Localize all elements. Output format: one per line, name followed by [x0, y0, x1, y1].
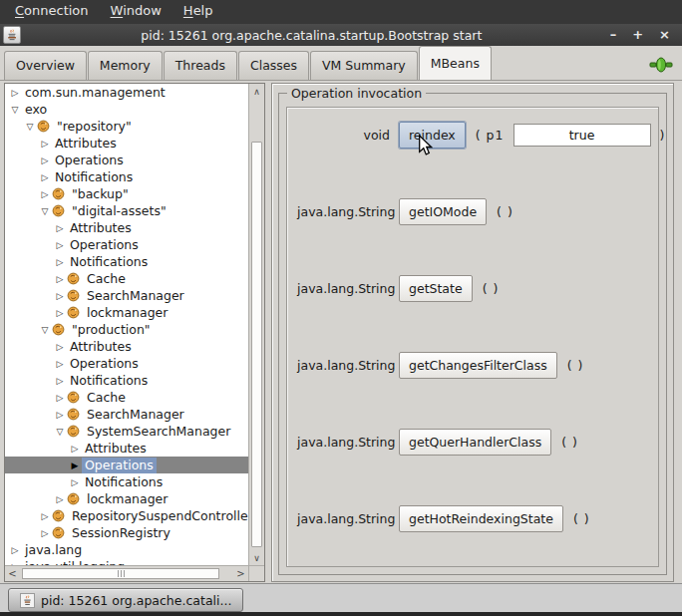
tree-row-cache[interactable]: ▷ Cache: [5, 389, 248, 406]
tree-toggle-icon[interactable]: ▽: [38, 325, 52, 335]
green-plug-connection-icon: [649, 57, 673, 73]
tree-row-label: exo: [22, 102, 50, 118]
tab-mbeans[interactable]: MBeans: [419, 46, 492, 80]
tree-toggle-icon[interactable]: ▷: [53, 308, 67, 318]
tree-toggle-icon[interactable]: ▽: [38, 206, 52, 216]
minimized-window-taskbar-button[interactable]: pid: 15261 org.apache.catali...: [8, 588, 243, 612]
tree-row-label: Notifications: [52, 169, 136, 185]
tree-row-lockmanager[interactable]: ▷ lockmanager: [5, 490, 248, 507]
tree-toggle-icon[interactable]: ▷: [53, 223, 67, 233]
tree-toggle-icon[interactable]: ▷: [53, 376, 67, 386]
tree-toggle-icon[interactable]: ▷: [38, 189, 52, 199]
mbeans-tree[interactable]: ▷ com.sun.management ▽ exo ▽: [5, 84, 248, 565]
tree-row-repositorysuspendcontrolle[interactable]: ▷ RepositorySuspendControlle: [5, 507, 248, 524]
tree-toggle-icon[interactable]: ▷: [53, 342, 67, 352]
tree-row-attributes[interactable]: ▷ Attributes: [5, 135, 248, 152]
menu-bar: Connection Window Help: [0, 0, 682, 24]
invoke-getiomode-button[interactable]: getIOMode: [399, 198, 487, 225]
tree-toggle-icon[interactable]: ▷: [38, 511, 52, 521]
scroll-right-icon[interactable]: >: [233, 566, 248, 581]
tree-toggle-icon[interactable]: ▷: [53, 257, 67, 267]
invoke-getquerhandlerclass-button[interactable]: getQuerHandlerClass: [399, 429, 551, 456]
vertical-scroll-thumb[interactable]: [251, 142, 262, 547]
scroll-left-icon[interactable]: <: [5, 566, 20, 581]
tree-row-java-lang[interactable]: ▷ java.lang: [5, 541, 248, 558]
tree-toggle-icon[interactable]: ▷: [53, 494, 67, 504]
horizontal-scroll-thumb[interactable]: [22, 568, 219, 579]
tree-row-searchmanager[interactable]: ▷ SearchManager: [5, 287, 248, 304]
tree-toggle-icon[interactable]: ▷: [8, 88, 22, 98]
tab-memory[interactable]: Memory: [88, 51, 163, 80]
menu-item-label: Help: [183, 3, 213, 18]
scroll-up-icon[interactable]: ∧: [249, 84, 264, 99]
tree-row-backup[interactable]: ▷ "backup": [5, 185, 248, 202]
tree-row-label: Attributes: [52, 136, 120, 152]
tree-row-operations[interactable]: ▷ Operations: [5, 236, 248, 253]
tree-row-attributes[interactable]: ▷ Attributes: [5, 219, 248, 236]
tree-toggle-icon[interactable]: ▷: [8, 545, 22, 555]
tree-vertical-scrollbar[interactable]: ∧ ∨: [248, 84, 264, 565]
tree-toggle-icon[interactable]: ▷: [68, 477, 82, 487]
tree-row-cache[interactable]: ▷ Cache: [5, 270, 248, 287]
tree-toggle-icon[interactable]: ▷: [38, 528, 52, 538]
tree-row-label: Attributes: [67, 339, 135, 355]
tab-threads[interactable]: Threads: [164, 51, 237, 80]
tree-row-attributes[interactable]: ▷ Attributes: [5, 440, 248, 457]
tree-row-java-util-logging[interactable]: ▷ java.util.logging: [5, 558, 248, 565]
tree-row-notifications[interactable]: ▷ Notifications: [5, 473, 248, 490]
tree-row-com-sun-management[interactable]: ▷ com.sun.management: [5, 84, 248, 101]
tree-row-sessionregistry[interactable]: ▷ SessionRegistry: [5, 524, 248, 541]
tree-toggle-icon[interactable]: ▽: [53, 427, 67, 437]
tab-label: Memory: [100, 58, 151, 73]
tree-row-digital-assets[interactable]: ▽ "digital-assets": [5, 202, 248, 219]
tab-classes[interactable]: Classes: [238, 51, 309, 80]
tree-row-operations[interactable]: ▷ Operations: [5, 152, 248, 168]
param-value-input[interactable]: [513, 124, 651, 147]
tree-toggle-icon[interactable]: ▶: [68, 461, 82, 470]
invoke-getstate-button[interactable]: getState: [399, 275, 473, 302]
menu-window[interactable]: Window: [100, 0, 172, 24]
menu-help[interactable]: Help: [172, 0, 224, 24]
operation-signature-empty: ( ): [483, 281, 500, 296]
tree-toggle-icon[interactable]: ▷: [38, 172, 52, 182]
tree-toggle-icon[interactable]: ▷: [53, 274, 67, 284]
tree-toggle-icon[interactable]: ▷: [53, 410, 67, 420]
tree-toggle-icon[interactable]: ▷: [53, 393, 67, 403]
window-menu-button[interactable]: [3, 26, 21, 44]
maximize-button[interactable]: +: [632, 26, 643, 44]
operation-signature-empty: ( ): [497, 204, 513, 219]
tree-toggle-icon[interactable]: ▷: [53, 240, 67, 250]
tree-row-lockmanager[interactable]: ▷ lockmanager: [5, 304, 248, 321]
close-button[interactable]: ×: [659, 26, 670, 44]
tree-toggle-icon[interactable]: ▽: [23, 122, 37, 132]
invoke-gethotreindexingstate-button[interactable]: getHotReindexingState: [399, 505, 563, 532]
invoke-getchangesfilterclass-button[interactable]: getChangesFilterClass: [399, 352, 557, 379]
tree-toggle-icon[interactable]: ▷: [38, 139, 52, 149]
tree-row-production[interactable]: ▽ "production": [5, 321, 248, 338]
tree-row-attributes[interactable]: ▷ Attributes: [5, 338, 248, 355]
tree-row-operations[interactable]: ▷ Operations: [5, 355, 248, 372]
tree-row-notifications[interactable]: ▷ Notifications: [5, 372, 248, 389]
tree-row-notifications[interactable]: ▷ Notifications: [5, 168, 248, 185]
tree-toggle-icon[interactable]: ▷: [53, 359, 67, 369]
tree-toggle-icon[interactable]: ▽: [8, 105, 22, 115]
tree-row-notifications[interactable]: ▷ Notifications: [5, 253, 248, 270]
minimize-button[interactable]: –: [610, 26, 617, 44]
tab-overview[interactable]: Overview: [4, 51, 87, 80]
tree-row-exo[interactable]: ▽ exo: [5, 101, 248, 118]
tab-vm-summary[interactable]: VM Summary: [310, 51, 418, 80]
tree-row-operations[interactable]: ▶ Operations: [5, 457, 248, 473]
tree-horizontal-scrollbar[interactable]: < >: [5, 565, 248, 581]
tree-row-label: Operations: [52, 153, 127, 168]
mbean-icon: [67, 425, 81, 438]
tree-row-searchmanager[interactable]: ▷ SearchManager: [5, 406, 248, 423]
tab-label: Classes: [250, 58, 297, 73]
tree-toggle-icon[interactable]: ▷: [68, 444, 82, 454]
menu-item-label: Connection: [15, 3, 89, 18]
tree-toggle-icon[interactable]: ▷: [53, 291, 67, 301]
scroll-down-icon[interactable]: ∨: [249, 550, 264, 565]
menu-connection[interactable]: Connection: [4, 0, 100, 24]
tree-row-repository[interactable]: ▽ "repository": [5, 118, 248, 135]
tree-toggle-icon[interactable]: ▷: [38, 155, 52, 165]
tree-row-systemsearchmanager[interactable]: ▽ SystemSearchManager: [5, 423, 248, 440]
